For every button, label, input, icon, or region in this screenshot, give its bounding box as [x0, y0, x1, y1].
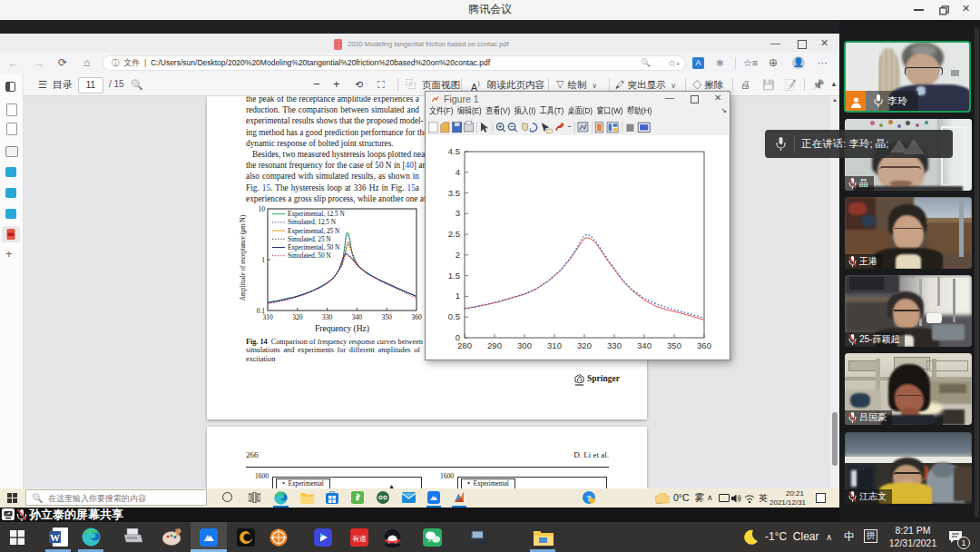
svg-text:350: 350	[382, 313, 393, 321]
svg-text:10: 10	[259, 205, 266, 213]
svg-text:Simulated, 50 N: Simulated, 50 N	[288, 251, 331, 260]
svg-text:Frequency (Hz): Frequency (Hz)	[315, 324, 369, 334]
svg-text:310: 310	[262, 313, 273, 321]
svg-text:3: 3	[456, 208, 460, 218]
svg-text:280: 280	[457, 340, 472, 350]
svg-text:W: W	[50, 532, 60, 543]
svg-text:3.5: 3.5	[448, 188, 460, 198]
svg-text:360: 360	[697, 340, 711, 350]
svg-text:1.5: 1.5	[448, 271, 460, 281]
svg-text:350: 350	[667, 340, 681, 350]
svg-text:Amplitude of receptance (μm/N): Amplitude of receptance (μm/N)	[240, 214, 247, 301]
svg-text:300: 300	[517, 340, 532, 350]
svg-text:1: 1	[456, 291, 460, 301]
svg-text:320: 320	[577, 340, 592, 350]
svg-text:Simulated, 12.5 N: Simulated, 12.5 N	[288, 218, 337, 226]
svg-text:0.5: 0.5	[448, 311, 460, 321]
svg-text:4: 4	[456, 167, 460, 177]
svg-text:2: 2	[456, 250, 460, 260]
svg-text:320: 320	[292, 313, 303, 321]
svg-text:360: 360	[411, 313, 422, 321]
svg-text:310: 310	[547, 340, 562, 350]
svg-text:Experimental, 12.5 N: Experimental, 12.5 N	[288, 210, 346, 218]
svg-text:Experimental, 25 N: Experimental, 25 N	[288, 227, 340, 235]
svg-text:2.5: 2.5	[448, 229, 460, 239]
svg-text:330: 330	[607, 340, 622, 350]
svg-text:Experimental, 50 N: Experimental, 50 N	[288, 243, 340, 251]
svg-text:340: 340	[352, 313, 363, 321]
svg-text:4.5: 4.5	[448, 146, 460, 156]
svg-text:290: 290	[487, 340, 502, 350]
svg-text:1: 1	[261, 256, 265, 264]
svg-text:有道: 有道	[352, 535, 367, 543]
svg-text:PDF: PDF	[335, 44, 340, 47]
svg-text:330: 330	[322, 313, 333, 321]
svg-text:340: 340	[637, 340, 652, 350]
svg-text:Simulated, 25 N: Simulated, 25 N	[288, 235, 331, 243]
